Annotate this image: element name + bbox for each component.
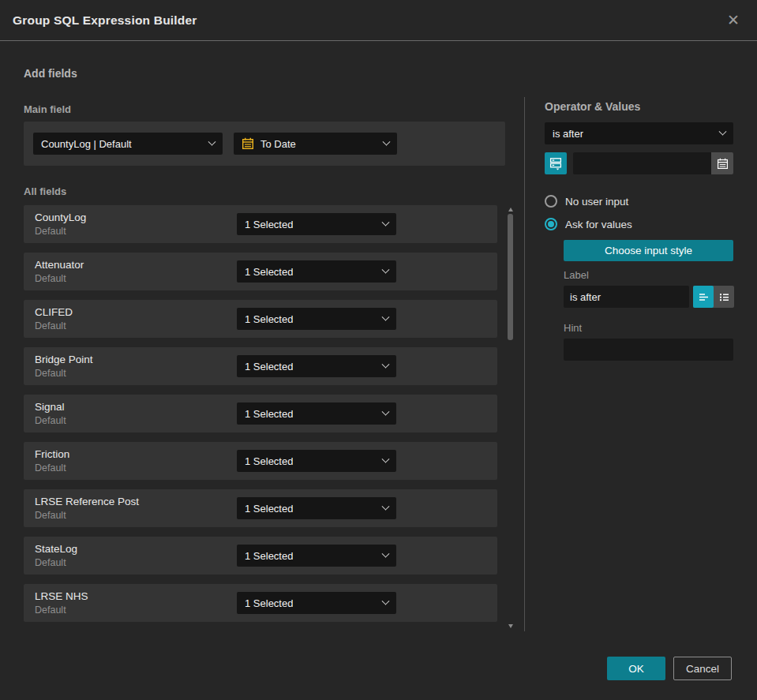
all-fields-label: All fields — [24, 185, 513, 197]
chevron-down-icon — [382, 502, 390, 510]
single-line-style-button[interactable] — [693, 286, 714, 308]
ok-button[interactable]: OK — [607, 657, 665, 680]
field-values-dropdown[interactable]: 1 Selected — [237, 260, 396, 283]
field-name: LRSE NHS — [35, 590, 237, 602]
scrollbar-thumb[interactable] — [508, 214, 513, 340]
field-row: Friction Default 1 Selected — [24, 442, 497, 480]
all-fields-list: CountyLog Default 1 Selected Attenuator … — [24, 205, 497, 622]
field-texts: Friction Default — [35, 448, 237, 474]
chevron-down-icon — [382, 549, 390, 557]
chevron-down-icon — [208, 137, 216, 145]
chevron-down-icon — [382, 360, 390, 368]
calendar-icon — [242, 137, 254, 150]
field-values-dropdown[interactable]: 1 Selected — [237, 355, 396, 377]
field-name: LRSE Reference Post — [35, 496, 237, 507]
field-row: CLIFED Default 1 Selected — [24, 300, 497, 338]
chevron-down-icon — [382, 218, 390, 226]
field-name: Attenuator — [35, 259, 237, 271]
field-values-dropdown-value: 1 Selected — [245, 597, 293, 609]
field-name: Signal — [35, 401, 237, 413]
input-style-toggle — [693, 286, 734, 308]
chevron-down-icon — [382, 265, 390, 273]
close-icon[interactable]: ✕ — [724, 11, 743, 29]
operator-dropdown[interactable]: is after — [545, 122, 733, 144]
radio-ask-for-values[interactable]: Ask for values — [545, 218, 733, 230]
main-area: Main field CountyLog | Default — [24, 100, 733, 622]
field-subtitle: Default — [35, 226, 237, 237]
field-name: Bridge Point — [35, 354, 237, 365]
operator-dropdown-value: is after — [553, 128, 583, 140]
field-name: CLIFED — [35, 306, 237, 318]
group-sql-expression-builder-dialog: Group SQL Expression Builder ✕ Add field… — [0, 0, 757, 700]
field-values-dropdown[interactable]: 1 Selected — [237, 592, 396, 614]
chevron-down-icon — [382, 455, 390, 462]
main-field-label: Main field — [24, 103, 513, 115]
align-left-icon — [698, 291, 710, 303]
operator-values-panel: Operator & Values is after — [545, 100, 733, 622]
field-texts: Signal Default — [35, 401, 237, 426]
field-values-dropdown-value: 1 Selected — [245, 503, 293, 515]
field-values-dropdown[interactable]: 1 Selected — [237, 450, 396, 472]
field-values-dropdown[interactable]: 1 Selected — [237, 402, 396, 425]
value-input[interactable] — [573, 152, 711, 174]
scroll-up-icon[interactable] — [508, 208, 513, 211]
field-values-dropdown[interactable]: 1 Selected — [237, 308, 396, 330]
value-source-icon — [549, 157, 562, 170]
radio-no-user-input-label: No user input — [565, 196, 628, 208]
field-values-dropdown[interactable]: 1 Selected — [237, 545, 396, 567]
field-texts: StateLog Default — [35, 543, 237, 568]
field-values-dropdown[interactable]: 1 Selected — [237, 213, 396, 235]
scroll-down-icon[interactable] — [508, 624, 513, 628]
radio-ask-for-values-label: Ask for values — [565, 219, 632, 230]
field-row: CountyLog Default 1 Selected — [24, 205, 497, 243]
fields-column: Main field CountyLog | Default — [24, 100, 513, 622]
field-texts: LRSE NHS Default — [35, 590, 237, 616]
field-texts: LRSE Reference Post Default — [35, 496, 237, 521]
field-row: Bridge Point Default 1 Selected — [24, 347, 497, 385]
dialog-footer: OK Cancel — [607, 657, 732, 680]
fields-list-scrollbar — [508, 208, 514, 628]
field-row: LRSE Reference Post Default 1 Selected — [24, 489, 497, 527]
calendar-icon — [717, 158, 729, 170]
field-name: StateLog — [35, 543, 237, 555]
field-texts: CLIFED Default — [35, 306, 237, 331]
field-values-dropdown-value: 1 Selected — [245, 408, 293, 420]
field-row: Signal Default 1 Selected — [24, 395, 497, 432]
field-row: Attenuator Default 1 Selected — [24, 253, 497, 290]
hint-input[interactable] — [564, 339, 733, 361]
date-type-dropdown-value: To Date — [260, 138, 296, 150]
field-subtitle: Default — [35, 557, 237, 568]
main-field-dropdown[interactable]: CountyLog | Default — [33, 133, 223, 155]
field-texts: CountyLog Default — [35, 211, 237, 237]
list-style-button[interactable] — [714, 286, 734, 308]
chevron-down-icon — [382, 597, 390, 605]
ask-for-values-options: Choose input style Label — [564, 230, 733, 361]
date-type-dropdown[interactable]: To Date — [234, 133, 397, 155]
chevron-down-icon — [382, 407, 390, 415]
field-values-dropdown-value: 1 Selected — [245, 550, 293, 562]
field-values-dropdown-value: 1 Selected — [245, 313, 293, 325]
label-input[interactable] — [564, 286, 689, 308]
hint-field-label: Hint — [564, 322, 733, 334]
value-calendar-button[interactable] — [711, 152, 733, 174]
operator-values-heading: Operator & Values — [545, 100, 733, 113]
field-values-dropdown[interactable]: 1 Selected — [237, 497, 396, 519]
value-source-button[interactable] — [545, 152, 567, 174]
cancel-button[interactable]: Cancel — [673, 657, 732, 680]
field-texts: Bridge Point Default — [35, 354, 237, 379]
field-subtitle: Default — [35, 510, 237, 521]
dialog-title: Group SQL Expression Builder — [13, 13, 197, 28]
radio-no-user-input[interactable]: No user input — [545, 195, 733, 208]
choose-input-style-button[interactable]: Choose input style — [564, 240, 733, 261]
value-input-group — [573, 152, 733, 174]
field-values-dropdown-value: 1 Selected — [245, 455, 293, 467]
field-row: StateLog Default 1 Selected — [24, 537, 497, 575]
field-name: Friction — [35, 448, 237, 460]
chevron-down-icon — [383, 137, 391, 145]
panel-divider — [524, 97, 525, 631]
chevron-down-icon — [382, 313, 390, 320]
field-row: LRSE NHS Default 1 Selected — [24, 584, 497, 622]
main-field-dropdown-value: CountyLog | Default — [41, 138, 132, 150]
field-subtitle: Default — [35, 415, 237, 426]
value-row — [545, 152, 733, 174]
